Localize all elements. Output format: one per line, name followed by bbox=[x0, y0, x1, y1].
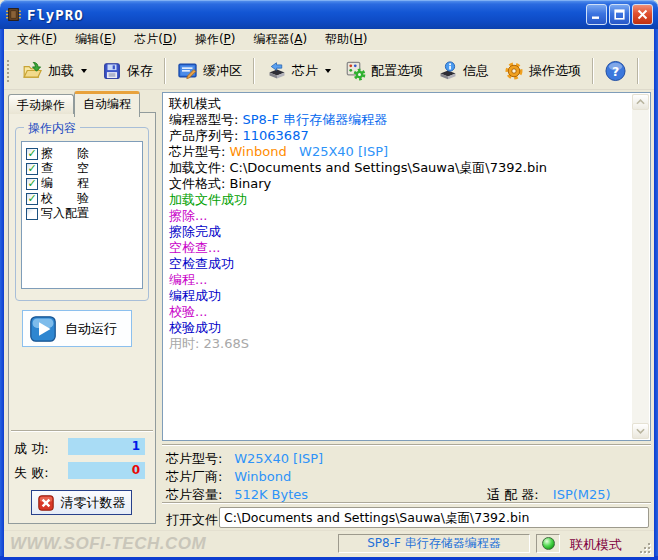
checkbox-checked-icon[interactable]: ✓ bbox=[26, 193, 38, 205]
menu-item-programmer[interactable]: 编程器(A) bbox=[245, 29, 317, 50]
folder-load-icon bbox=[22, 60, 43, 81]
toolbar-button-config-options[interactable]: 配置选项 bbox=[338, 55, 430, 87]
toolbar-button-label: 信息 bbox=[463, 62, 489, 80]
log-line: 编程器型号: SP8-F 串行存储器编程器 bbox=[169, 112, 625, 128]
toolbar-button-load[interactable]: 加载 bbox=[15, 55, 94, 87]
toolbar-separator bbox=[592, 58, 594, 84]
menu-item-help[interactable]: 帮助(H) bbox=[316, 29, 376, 50]
buffer-icon bbox=[177, 60, 198, 81]
menu-item-file[interactable]: 文件(F) bbox=[8, 29, 66, 50]
clear-counter-button[interactable]: 清零计数器 bbox=[31, 490, 132, 515]
chip-icon bbox=[266, 60, 287, 81]
menu-item-edit[interactable]: 编辑(E) bbox=[66, 29, 125, 50]
checkbox-checked-icon[interactable]: ✓ bbox=[26, 148, 38, 160]
divider bbox=[11, 430, 153, 432]
dropdown-caret-icon[interactable] bbox=[81, 69, 87, 73]
log-scrollbar[interactable] bbox=[632, 94, 649, 439]
adapter-value: ISP(M25) bbox=[553, 487, 611, 502]
tab-strip: 手动操作 自动编程 bbox=[8, 91, 156, 113]
resize-grip[interactable] bbox=[638, 541, 650, 553]
toolbar-button-operation-options[interactable]: 操作选项 bbox=[496, 55, 588, 87]
toolbar-button-buffer[interactable]: 缓冲区 bbox=[170, 55, 249, 87]
log-line: 校验... bbox=[169, 304, 625, 320]
toolbar-button-label: 操作选项 bbox=[529, 62, 581, 80]
operation-item-blank-check[interactable]: ✓查 空 bbox=[26, 161, 138, 176]
toolbar-button-label: 加载 bbox=[48, 62, 74, 80]
operation-item-program[interactable]: ✓编 程 bbox=[26, 176, 138, 191]
groupbox-caption: 操作内容 bbox=[24, 120, 80, 137]
clear-counter-label: 清零计数器 bbox=[61, 494, 126, 512]
chip-info-icon bbox=[437, 60, 458, 81]
app-chip-icon bbox=[5, 6, 22, 23]
close-icon[interactable] bbox=[632, 4, 653, 25]
title-bar: FlyPRO bbox=[0, 0, 658, 29]
connection-led-box bbox=[536, 534, 560, 553]
toolbar-button-help[interactable]: ? bbox=[598, 55, 633, 87]
chip-model-value: W25X40 [ISP] bbox=[234, 451, 323, 466]
orange-gear-icon bbox=[503, 60, 524, 81]
chip-model-row: 芯片型号: W25X40 [ISP] bbox=[166, 450, 323, 468]
toolbar-button-label: 缓冲区 bbox=[203, 62, 242, 80]
operation-item-verify[interactable]: ✓校 验 bbox=[26, 191, 138, 206]
fail-count-field: 0 bbox=[68, 462, 145, 479]
operation-content-groupbox: 操作内容 ✓擦 除✓查 空✓编 程✓校 验写入配置 bbox=[15, 127, 149, 301]
auto-programming-panel: 操作内容 ✓擦 除✓查 空✓编 程✓校 验写入配置 自动运行 成 功: 1 失 … bbox=[8, 112, 156, 524]
scroll-down-icon[interactable] bbox=[632, 423, 649, 439]
window-frame-right bbox=[654, 29, 658, 556]
toolbar-button-chip[interactable]: 芯片 bbox=[259, 55, 338, 87]
scroll-up-icon[interactable] bbox=[632, 94, 649, 110]
config-gear-icon bbox=[345, 60, 366, 81]
log-line: 擦除完成 bbox=[169, 224, 625, 240]
toolbar-button-label: 保存 bbox=[127, 62, 153, 80]
chip-capacity-value: 512K Bytes bbox=[234, 487, 308, 502]
log-panel: 联机模式编程器型号: SP8-F 串行存储器编程器产品序列号: 11063687… bbox=[162, 92, 651, 441]
log-line: 产品序列号: 11063687 bbox=[169, 128, 625, 144]
log-line: 空检查成功 bbox=[169, 256, 625, 272]
toolbar-grip[interactable] bbox=[6, 59, 10, 83]
auto-run-button[interactable]: 自动运行 bbox=[22, 310, 132, 347]
log-line: 加载文件: C:\Documents and Settings\Sauwa\桌面… bbox=[169, 160, 625, 176]
chip-model-label: 芯片型号: bbox=[166, 450, 230, 468]
programmer-status-panel: SP8-F 串行存储器编程器 bbox=[338, 534, 530, 553]
dropdown-caret-icon[interactable] bbox=[325, 69, 331, 73]
menu-bar: 文件(F)编辑(E)芯片(D)操作(P)编程器(A)帮助(H) bbox=[4, 29, 654, 51]
divider bbox=[162, 502, 651, 504]
auto-run-label: 自动运行 bbox=[65, 320, 117, 338]
toolbar-separator bbox=[164, 58, 166, 84]
open-file-label: 打开文件: bbox=[166, 511, 222, 529]
checkbox-label: 写入配置 bbox=[41, 205, 89, 222]
play-icon bbox=[30, 316, 56, 342]
toolbar-separator bbox=[637, 58, 639, 84]
flypro-window: FlyPRO 文件(F)编辑(E)芯片(D)操作(P)编程器(A)帮助(H) 加… bbox=[0, 0, 658, 560]
maximize-button[interactable] bbox=[609, 4, 630, 25]
open-file-field[interactable]: C:\Documents and Settings\Sauwa\桌面\7392.… bbox=[219, 507, 649, 528]
success-count-field: 1 bbox=[68, 438, 145, 455]
success-label: 成 功: bbox=[14, 440, 49, 458]
toolbar-button-info[interactable]: 信息 bbox=[430, 55, 496, 87]
log-line: 加载文件成功 bbox=[169, 192, 625, 208]
green-led-icon bbox=[542, 537, 555, 550]
tab-manual-operation[interactable]: 手动操作 bbox=[8, 94, 74, 114]
divider bbox=[162, 444, 651, 446]
log-line: 编程成功 bbox=[169, 288, 625, 304]
checkbox-checked-icon[interactable]: ✓ bbox=[26, 163, 38, 175]
minimize-button[interactable] bbox=[586, 4, 607, 25]
floppy-icon bbox=[101, 60, 122, 81]
help-icon: ? bbox=[605, 60, 626, 81]
tab-auto-programming[interactable]: 自动编程 bbox=[74, 91, 140, 117]
chip-vendor-row: 芯片厂商: Winbond bbox=[166, 468, 291, 486]
toolbar-separator bbox=[253, 58, 255, 84]
log-line: 联机模式 bbox=[169, 96, 625, 112]
toolbar-button-save[interactable]: 保存 bbox=[94, 55, 160, 87]
toolbar-button-label: 配置选项 bbox=[371, 62, 423, 80]
operation-item-write-config[interactable]: 写入配置 bbox=[26, 206, 138, 221]
log-output: 联机模式编程器型号: SP8-F 串行存储器编程器产品序列号: 11063687… bbox=[163, 93, 631, 440]
operation-checkbox-list: ✓擦 除✓查 空✓编 程✓校 验写入配置 bbox=[21, 141, 143, 289]
checkbox-unchecked-icon[interactable] bbox=[26, 208, 38, 220]
svg-text:?: ? bbox=[612, 63, 619, 78]
menu-item-operation[interactable]: 操作(P) bbox=[186, 29, 245, 50]
log-line: 校验成功 bbox=[169, 320, 625, 336]
operation-item-erase[interactable]: ✓擦 除 bbox=[26, 146, 138, 161]
menu-item-chip[interactable]: 芯片(D) bbox=[125, 29, 186, 50]
checkbox-checked-icon[interactable]: ✓ bbox=[26, 178, 38, 190]
